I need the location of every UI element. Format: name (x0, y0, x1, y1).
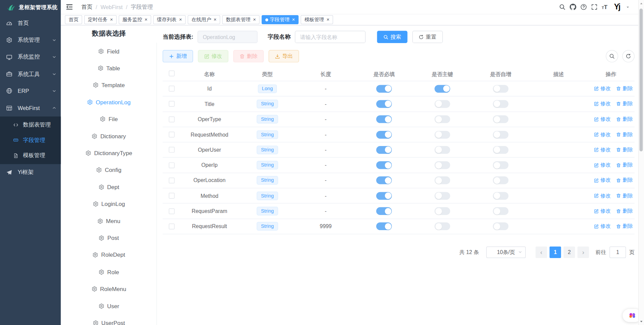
next-page-button[interactable]: › (577, 247, 589, 258)
sidebar-item-table-manage[interactable]: 数据表管理 (0, 117, 61, 132)
close-icon[interactable]: × (144, 17, 148, 22)
tree-item-table[interactable]: Table (61, 60, 157, 76)
auto-increment-toggle[interactable] (493, 161, 508, 169)
vertical-scrollbar[interactable] (638, 0, 644, 325)
close-icon[interactable]: × (110, 17, 113, 22)
github-icon[interactable] (570, 4, 576, 10)
tree-item-loginlog[interactable]: LoginLog (61, 195, 157, 212)
goto-page-input[interactable] (610, 247, 626, 258)
edit-link[interactable]: 修改 (594, 208, 611, 215)
font-size-icon[interactable]: TT (602, 4, 607, 10)
tree-item-file[interactable]: File (61, 111, 157, 128)
primary-key-toggle[interactable] (434, 161, 450, 169)
delete-link[interactable]: 删除 (616, 146, 633, 153)
sidebar-item-erp[interactable]: ERP (0, 82, 61, 99)
tree-item-roledept[interactable]: RoleDept (61, 246, 157, 263)
tree-item-config[interactable]: Config (61, 161, 157, 178)
edit-button[interactable]: 修改 (198, 50, 228, 63)
page-button-1[interactable]: 1 (550, 247, 561, 258)
row-checkbox[interactable] (169, 147, 174, 153)
delete-link[interactable]: 删除 (616, 192, 633, 200)
search-button[interactable]: 搜索 (377, 31, 407, 43)
close-icon[interactable]: × (214, 17, 217, 22)
edit-link[interactable]: 修改 (594, 177, 611, 184)
delete-link[interactable]: 删除 (616, 223, 633, 230)
tree-item-dictionarytype[interactable]: DictionaryType (61, 145, 157, 161)
tab-home[interactable]: 首页 (65, 15, 82, 24)
sidebar-item-yi-framework[interactable]: Yi框架 (0, 164, 61, 181)
primary-key-toggle[interactable] (434, 177, 450, 184)
delete-link[interactable]: 删除 (616, 131, 633, 138)
required-toggle[interactable] (376, 100, 392, 108)
avatar[interactable]: Yj (614, 2, 620, 11)
primary-key-toggle[interactable] (434, 131, 450, 138)
tree-item-userpost[interactable]: UserPost (61, 314, 157, 325)
tab-table-manage[interactable]: 数据表管理× (222, 15, 260, 24)
required-toggle[interactable] (376, 161, 392, 169)
scroll-up-icon[interactable] (639, 2, 644, 6)
row-checkbox[interactable] (169, 223, 174, 229)
row-checkbox[interactable] (169, 162, 174, 168)
close-icon[interactable]: × (253, 17, 256, 22)
close-icon[interactable]: × (179, 17, 182, 22)
primary-key-toggle[interactable] (434, 85, 450, 93)
edit-link[interactable]: 修改 (594, 192, 611, 200)
tab-template-manage[interactable]: 模板管理× (301, 15, 333, 24)
auto-increment-toggle[interactable] (493, 146, 508, 154)
tab-field-manage[interactable]: 字段管理× (262, 15, 299, 24)
delete-button[interactable]: 删除 (233, 50, 264, 63)
tree-item-role[interactable]: Role (61, 263, 157, 280)
auto-increment-toggle[interactable] (493, 222, 508, 230)
auto-increment-toggle[interactable] (493, 207, 508, 215)
scroll-down-icon[interactable] (639, 319, 644, 324)
primary-key-toggle[interactable] (434, 100, 450, 108)
add-button[interactable]: 新增 (163, 50, 193, 63)
row-checkbox[interactable] (169, 208, 174, 214)
required-toggle[interactable] (376, 131, 392, 138)
sidebar-fold-icon[interactable] (66, 3, 73, 11)
required-toggle[interactable] (376, 146, 392, 154)
delete-link[interactable]: 删除 (616, 177, 633, 184)
delete-link[interactable]: 删除 (616, 208, 633, 215)
tab-cache-list[interactable]: 缓存列表× (153, 15, 186, 24)
primary-key-toggle[interactable] (434, 146, 450, 154)
primary-key-toggle[interactable] (434, 115, 450, 123)
tree-item-rolemenu[interactable]: RoleMenu (61, 280, 157, 297)
row-checkbox[interactable] (169, 116, 174, 122)
chevron-down-icon[interactable] (625, 5, 630, 9)
required-toggle[interactable] (376, 222, 392, 230)
sidebar-item-system-tools[interactable]: 系统工具 (0, 66, 61, 82)
required-toggle[interactable] (376, 207, 392, 215)
show-search-button[interactable] (606, 50, 618, 63)
required-toggle[interactable] (376, 177, 392, 184)
scrollbar-thumb[interactable] (640, 9, 643, 151)
row-checkbox[interactable] (169, 178, 174, 183)
sidebar-item-webfirst[interactable]: WebFirst (0, 100, 61, 116)
auto-increment-toggle[interactable] (493, 192, 508, 200)
tree-item-post[interactable]: Post (61, 229, 157, 246)
tree-item-field[interactable]: Field (61, 43, 157, 60)
delete-link[interactable]: 删除 (616, 101, 633, 108)
tree-item-operationlog[interactable]: OperationLog (61, 94, 157, 110)
close-icon[interactable]: × (327, 17, 330, 22)
required-toggle[interactable] (376, 115, 392, 123)
tab-online-users[interactable]: 在线用户× (188, 15, 220, 24)
tree-item-user[interactable]: User (61, 297, 157, 314)
help-icon[interactable] (580, 4, 587, 10)
field-name-input[interactable] (295, 31, 365, 43)
tab-cron-task[interactable]: 定时任务× (84, 15, 117, 24)
tree-item-dictionary[interactable]: Dictionary (61, 128, 157, 144)
row-checkbox[interactable] (169, 86, 174, 92)
tab-service-monitor[interactable]: 服务监控× (119, 15, 151, 24)
edit-link[interactable]: 修改 (594, 223, 611, 230)
edit-link[interactable]: 修改 (594, 162, 611, 169)
tree-item-menu[interactable]: Menu (61, 213, 157, 229)
edit-link[interactable]: 修改 (594, 101, 611, 108)
sidebar-item-template-manage[interactable]: 模板管理 (0, 148, 61, 163)
primary-key-toggle[interactable] (434, 192, 450, 200)
primary-key-toggle[interactable] (434, 207, 450, 215)
edit-link[interactable]: 修改 (594, 85, 611, 92)
auto-increment-toggle[interactable] (493, 100, 508, 108)
auto-increment-toggle[interactable] (493, 131, 508, 138)
edit-link[interactable]: 修改 (594, 131, 611, 138)
